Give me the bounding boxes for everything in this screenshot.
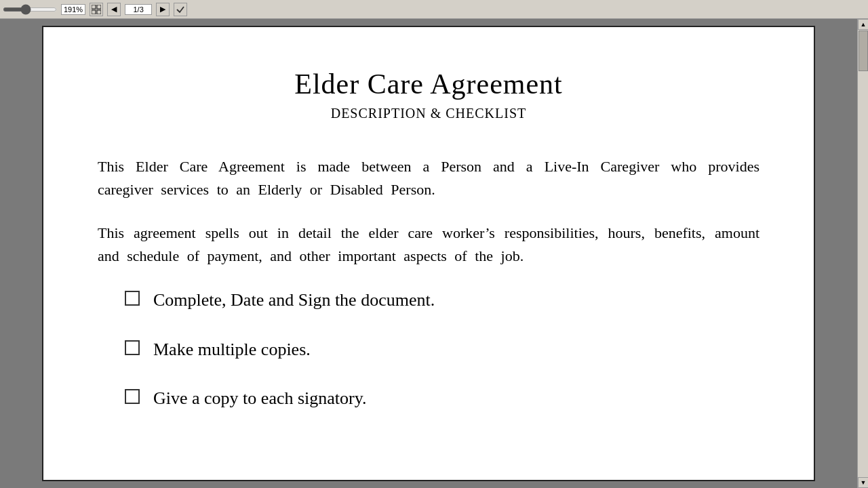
prev-page-button[interactable]: ◀ <box>107 3 121 16</box>
scrollbar-thumb[interactable] <box>859 30 868 71</box>
verify-button[interactable] <box>174 3 187 16</box>
checkbox-1[interactable] <box>125 291 140 306</box>
scrollbar-down-button[interactable]: ▼ <box>858 477 868 488</box>
document-subtitle: DESCRIPTION & CHECKLIST <box>98 106 760 121</box>
svg-rect-2 <box>92 10 96 14</box>
page-display: 1/3 <box>125 4 152 15</box>
checkbox-3[interactable] <box>125 389 140 404</box>
document-page: Elder Care Agreement DESCRIPTION & CHECK… <box>42 26 815 481</box>
checkbox-2[interactable] <box>125 340 140 355</box>
svg-rect-1 <box>97 5 101 9</box>
document-title: Elder Care Agreement <box>98 68 760 100</box>
thumbnail-icon <box>92 5 101 14</box>
scrollbar-track[interactable] <box>858 30 868 477</box>
toolbar: 191% ◀ 1/3 ▶ <box>0 0 868 19</box>
checkmark-icon <box>176 5 185 14</box>
checklist-item-1: Complete, Date and Sign the document. <box>125 288 760 312</box>
zoom-level-display: 191% <box>61 4 85 15</box>
scrollbar-up-button[interactable]: ▲ <box>858 19 868 30</box>
document-paragraph-2: This agreement spells out in detail the … <box>98 222 760 268</box>
svg-rect-3 <box>97 10 101 14</box>
checklist-text-3: Give a copy to each signatory. <box>153 386 367 411</box>
document-paragraph-1: This Elder Care Agreement is made betwee… <box>98 155 760 201</box>
checklist-text-1: Complete, Date and Sign the document. <box>153 288 435 312</box>
next-page-button[interactable]: ▶ <box>156 3 170 16</box>
zoom-slider[interactable] <box>3 7 57 12</box>
checklist-item-3: Give a copy to each signatory. <box>125 386 760 411</box>
svg-rect-0 <box>92 5 96 9</box>
document-scroll-area[interactable]: Elder Care Agreement DESCRIPTION & CHECK… <box>0 19 857 488</box>
checklist-item-2: Make multiple copies. <box>125 338 760 362</box>
scrollbar[interactable]: ▲ ▼ <box>857 19 868 488</box>
zoom-slider-container <box>3 7 57 12</box>
checklist-text-2: Make multiple copies. <box>153 338 311 362</box>
checklist: Complete, Date and Sign the document. Ma… <box>98 288 760 411</box>
thumbnail-view-button[interactable] <box>90 3 103 16</box>
main-area: Elder Care Agreement DESCRIPTION & CHECK… <box>0 19 868 488</box>
